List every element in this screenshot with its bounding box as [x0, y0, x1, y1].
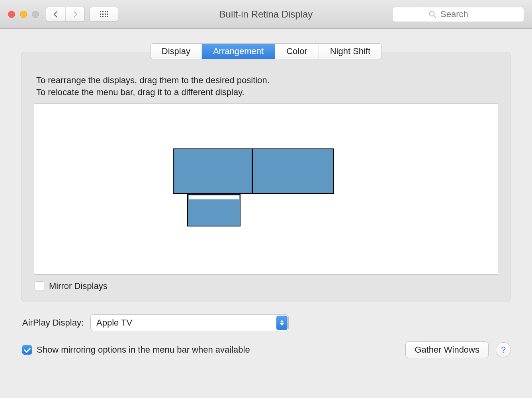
chevron-left-icon [53, 11, 59, 18]
tab-bar: Display Arrangement Color Night Shift [151, 44, 381, 59]
tab-color[interactable]: Color [275, 44, 319, 59]
instructions-line-1: To rearrange the displays, drag them to … [36, 74, 498, 86]
back-button[interactable] [46, 7, 65, 21]
arrangement-panel: To rearrange the displays, drag them to … [22, 52, 510, 302]
window-zoom-button [32, 11, 39, 18]
arrangement-area[interactable] [34, 103, 498, 275]
tab-display[interactable]: Display [151, 44, 202, 59]
display-builtin-primary[interactable] [187, 194, 241, 226]
mirror-displays-checkbox[interactable] [35, 281, 44, 291]
traffic-lights [8, 11, 39, 18]
window-close-button[interactable] [8, 11, 15, 18]
airplay-display-popup[interactable]: Apple TV [91, 315, 288, 331]
show-mirroring-row[interactable]: Show mirroring options in the menu bar w… [22, 345, 250, 355]
show-all-button[interactable] [90, 7, 118, 21]
help-button[interactable]: ? [496, 343, 510, 357]
mirror-displays-row[interactable]: Mirror Displays [35, 281, 498, 291]
history-nav [46, 7, 84, 21]
window-titlebar: Built-in Retina Display [0, 0, 532, 29]
tab-night-shift[interactable]: Night Shift [319, 44, 382, 59]
instructions-line-2: To relocate the menu bar, drag it to a d… [36, 86, 498, 98]
search-field[interactable] [393, 7, 524, 22]
airplay-display-value: Apple TV [96, 318, 132, 328]
show-mirroring-checkbox[interactable] [22, 345, 32, 355]
forward-button [65, 7, 84, 21]
mirror-displays-label: Mirror Displays [49, 281, 108, 291]
instructions-text: To rearrange the displays, drag them to … [36, 74, 498, 98]
tab-arrangement[interactable]: Arrangement [202, 44, 275, 59]
display-external-right[interactable] [252, 148, 334, 194]
window-minimize-button[interactable] [20, 11, 27, 18]
grid-icon [100, 11, 108, 17]
search-input[interactable] [440, 9, 488, 20]
gather-windows-button[interactable]: Gather Windows [406, 342, 488, 358]
svg-line-1 [434, 16, 436, 18]
search-icon [428, 10, 436, 18]
menubar-indicator[interactable] [189, 195, 239, 199]
show-mirroring-label: Show mirroring options in the menu bar w… [37, 345, 250, 355]
airplay-display-label: AirPlay Display: [22, 318, 84, 328]
display-external-left[interactable] [173, 148, 252, 194]
chevron-right-icon [72, 11, 78, 18]
popup-arrows-icon [276, 316, 288, 330]
